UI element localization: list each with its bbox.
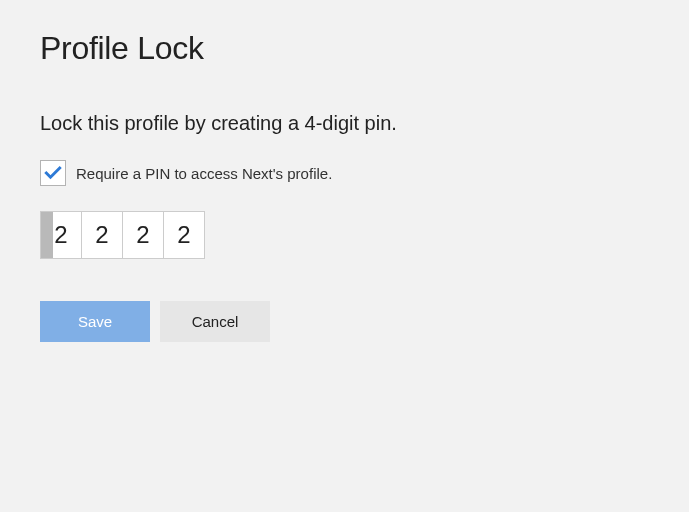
- require-pin-row: Require a PIN to access Next's profile.: [40, 160, 649, 186]
- pin-digit-1[interactable]: [40, 211, 82, 259]
- cancel-button[interactable]: Cancel: [160, 301, 270, 342]
- checkmark-icon: [43, 163, 63, 183]
- require-pin-label: Require a PIN to access Next's profile.: [76, 165, 332, 182]
- page-title: Profile Lock: [40, 30, 649, 67]
- require-pin-checkbox[interactable]: [40, 160, 66, 186]
- pin-input-row: [40, 211, 649, 259]
- pin-digit-2[interactable]: [81, 211, 123, 259]
- pin-digit-3[interactable]: [122, 211, 164, 259]
- pin-digit-4[interactable]: [163, 211, 205, 259]
- page-subtitle: Lock this profile by creating a 4-digit …: [40, 112, 649, 135]
- save-button[interactable]: Save: [40, 301, 150, 342]
- button-row: Save Cancel: [40, 301, 649, 342]
